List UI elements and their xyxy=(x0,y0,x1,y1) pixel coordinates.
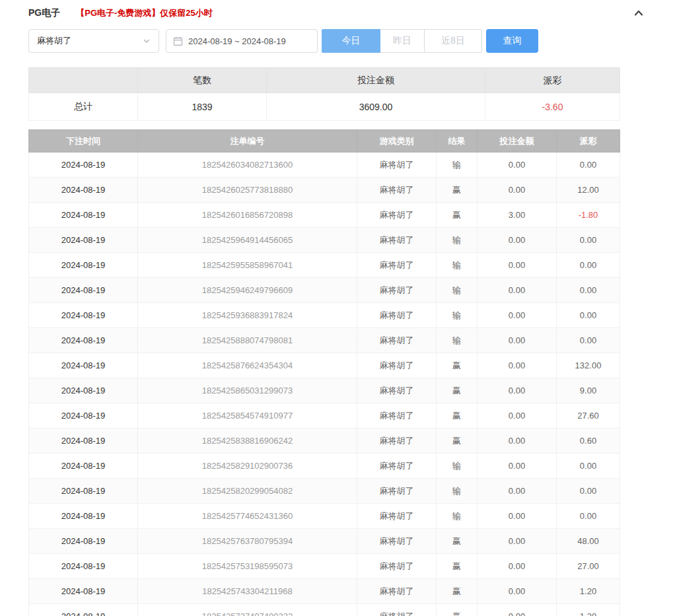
payout-cell: 12.00 xyxy=(557,178,620,203)
game-type-cell: 麻将胡了 xyxy=(357,328,437,353)
collapse-panel-button[interactable] xyxy=(633,7,645,19)
bet-time-cell: 2024-08-19 xyxy=(29,353,138,378)
bet-time-cell: 2024-08-19 xyxy=(29,479,138,504)
summary-total-label: 总计 xyxy=(29,93,138,121)
bet-time-cell: 2024-08-19 xyxy=(29,378,138,403)
result-cell: 赢 xyxy=(437,554,478,579)
bet-amount-cell: 0.00 xyxy=(478,529,557,554)
bet-time-cell: 2024-08-19 xyxy=(29,328,138,353)
col-header-bet-amount: 投注金额 xyxy=(478,130,557,153)
table-row: 2024-08-191825425955858967041麻将胡了输0.000.… xyxy=(29,253,620,278)
date-range-input[interactable]: 2024-08-19 ~ 2024-08-19 xyxy=(166,29,318,53)
table-row: 2024-08-191825425936883917824麻将胡了输0.000.… xyxy=(29,303,620,328)
result-cell: 赢 xyxy=(437,178,478,203)
bet-time-cell: 2024-08-19 xyxy=(29,403,138,428)
bet-id-cell: 1825426034082713600 xyxy=(138,153,357,178)
bet-id-cell: 1825425820299054082 xyxy=(138,479,357,504)
bet-id-cell: 1825425964914456065 xyxy=(138,228,357,253)
summary-total-payout: -3.60 xyxy=(485,93,620,121)
game-type-cell: 麻将胡了 xyxy=(357,253,437,278)
summary-total-row: 总计 1839 3609.00 -3.60 xyxy=(29,93,620,121)
bet-amount-cell: 0.00 xyxy=(478,554,557,579)
payout-cell: 48.00 xyxy=(557,529,620,554)
calendar-icon xyxy=(173,36,183,46)
result-cell: 输 xyxy=(437,278,478,303)
result-cell: 输 xyxy=(437,479,478,504)
payout-cell: 0.60 xyxy=(557,428,620,454)
col-header-bet-time: 下注时间 xyxy=(29,130,138,153)
payout-cell: 0.00 xyxy=(557,479,620,504)
result-cell: 输 xyxy=(437,253,478,278)
bet-amount-cell: 0.00 xyxy=(478,479,557,504)
payout-cell: 0.00 xyxy=(557,153,620,178)
game-type-cell: 麻将胡了 xyxy=(357,554,437,579)
bet-time-cell: 2024-08-19 xyxy=(29,253,138,278)
bet-time-cell: 2024-08-19 xyxy=(29,504,138,529)
payout-cell: 9.00 xyxy=(557,378,620,403)
result-cell: 赢 xyxy=(437,378,478,403)
payout-cell: 132.00 xyxy=(557,353,620,378)
bet-time-cell: 2024-08-19 xyxy=(29,228,138,253)
bet-time-cell: 2024-08-19 xyxy=(29,303,138,328)
bet-time-cell: 2024-08-19 xyxy=(29,604,138,616)
bet-amount-cell: 0.00 xyxy=(478,428,557,454)
bet-amount-cell: 0.00 xyxy=(478,228,557,253)
bet-id-cell: 1825425763780795394 xyxy=(138,529,357,554)
table-row: 2024-08-191825426034082713600麻将胡了输0.000.… xyxy=(29,153,620,178)
game-type-cell: 麻将胡了 xyxy=(357,604,437,616)
query-button[interactable]: 查询 xyxy=(486,29,538,53)
bet-amount-cell: 0.00 xyxy=(478,454,557,479)
summary-total-count: 1839 xyxy=(138,93,267,121)
page-title: PG电子 xyxy=(28,7,60,19)
bet-records-panel: PG电子 【PG电子-免费游戏】仅保留25小时 麻将胡了 2024-08-19 … xyxy=(0,0,673,616)
bet-amount-cell: 0.00 xyxy=(478,253,557,278)
game-type-cell: 麻将胡了 xyxy=(357,203,437,228)
game-select[interactable]: 麻将胡了 xyxy=(28,29,159,53)
quick-filter-today[interactable]: 今日 xyxy=(322,29,380,53)
bet-amount-cell: 0.00 xyxy=(478,303,557,328)
notice-text: 【PG电子-免费游戏】仅保留25小时 xyxy=(76,7,213,19)
bet-amount-cell: 0.00 xyxy=(478,278,557,303)
bet-id-cell: 1825425888074798081 xyxy=(138,328,357,353)
table-row: 2024-08-191825425865031299073麻将胡了赢0.009.… xyxy=(29,378,620,403)
quick-date-filters: 今日 昨日 近8日 xyxy=(322,29,482,53)
quick-filter-last-8-days[interactable]: 近8日 xyxy=(424,29,482,53)
game-type-cell: 麻将胡了 xyxy=(357,353,437,378)
bet-id-cell: 1825425774652431360 xyxy=(138,504,357,529)
filter-bar: 麻将胡了 2024-08-19 ~ 2024-08-19 今日 昨日 近8日 查… xyxy=(28,29,645,53)
table-row: 2024-08-191825426025773818880麻将胡了赢0.0012… xyxy=(29,178,620,203)
result-cell: 赢 xyxy=(437,403,478,428)
result-cell: 输 xyxy=(437,454,478,479)
table-row: 2024-08-191825425743304211968麻将胡了赢0.001.… xyxy=(29,579,620,604)
game-type-cell: 麻将胡了 xyxy=(357,403,437,428)
bet-id-cell: 1825425743304211968 xyxy=(138,579,357,604)
bet-amount-cell: 0.00 xyxy=(478,403,557,428)
game-type-cell: 麻将胡了 xyxy=(357,278,437,303)
table-row: 2024-08-191825426016856720898麻将胡了赢3.00-1… xyxy=(29,203,620,228)
result-cell: 赢 xyxy=(437,579,478,604)
payout-cell: 0.00 xyxy=(557,278,620,303)
bet-id-cell: 1825425829102900736 xyxy=(138,454,357,479)
game-type-cell: 麻将胡了 xyxy=(357,428,437,454)
table-row: 2024-08-191825425737407400322麻将胡了赢0.001.… xyxy=(29,604,620,616)
bet-time-cell: 2024-08-19 xyxy=(29,579,138,604)
table-row: 2024-08-191825425964914456065麻将胡了输0.000.… xyxy=(29,228,620,253)
bet-time-cell: 2024-08-19 xyxy=(29,454,138,479)
table-row: 2024-08-191825425774652431360麻将胡了输0.000.… xyxy=(29,504,620,529)
quick-filter-yesterday[interactable]: 昨日 xyxy=(380,29,425,53)
bet-time-cell: 2024-08-19 xyxy=(29,153,138,178)
bet-id-cell: 1825425955858967041 xyxy=(138,253,357,278)
result-cell: 输 xyxy=(437,328,478,353)
bet-amount-cell: 0.00 xyxy=(478,328,557,353)
game-type-cell: 麻将胡了 xyxy=(357,579,437,604)
table-row: 2024-08-191825425888074798081麻将胡了输0.000.… xyxy=(29,328,620,353)
bet-amount-cell: 0.00 xyxy=(478,604,557,616)
col-header-game-type: 游戏类别 xyxy=(357,130,437,153)
payout-cell: 1.20 xyxy=(557,579,620,604)
col-header-bet-id: 注单编号 xyxy=(138,130,357,153)
bet-id-cell: 1825425838816906242 xyxy=(138,428,357,454)
game-type-cell: 麻将胡了 xyxy=(357,529,437,554)
summary-table: 笔数 投注金额 派彩 总计 1839 3609.00 -3.60 xyxy=(28,67,620,121)
result-cell: 输 xyxy=(437,303,478,328)
bet-time-cell: 2024-08-19 xyxy=(29,203,138,228)
